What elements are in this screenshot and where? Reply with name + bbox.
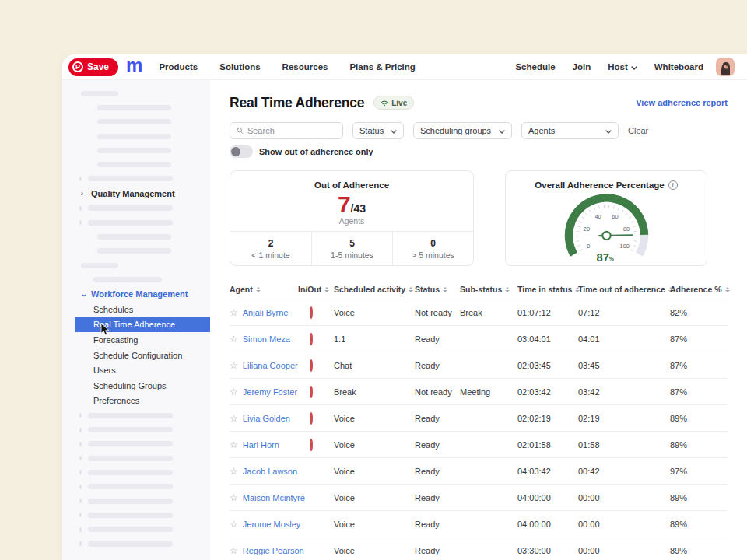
sub-status-cell: Meeting bbox=[460, 387, 517, 397]
sidebar-skeleton-item bbox=[62, 272, 210, 286]
filter-dropdown-scheduling-groups[interactable]: Scheduling groups bbox=[413, 122, 512, 139]
column-header-time-out-of-adherence[interactable]: Time out of adherence bbox=[578, 285, 670, 294]
star-icon[interactable]: ☆ bbox=[230, 334, 238, 344]
sidebar-item-schedules[interactable]: Schedules bbox=[62, 302, 210, 317]
sidebar-skeleton-item bbox=[62, 408, 210, 422]
time-out-of-adherence-cell: 03:45 bbox=[578, 361, 670, 370]
sidebar-skeleton-item bbox=[62, 258, 210, 272]
search-box[interactable] bbox=[230, 122, 343, 139]
adherence-status-dot bbox=[310, 359, 313, 372]
skeleton-bar bbox=[88, 413, 173, 418]
agent-name-link[interactable]: Simon Meza bbox=[243, 334, 290, 344]
star-icon[interactable]: ☆ bbox=[230, 308, 238, 317]
time-in-status-cell: 02:01:58 bbox=[517, 440, 578, 450]
svg-text:87%: 87% bbox=[596, 251, 614, 264]
column-header-scheduled-activity[interactable]: Scheduled activity bbox=[334, 285, 415, 294]
nav-resources[interactable]: Resources bbox=[282, 62, 328, 72]
search-input[interactable] bbox=[247, 126, 336, 135]
sidebar-item-preferences[interactable]: Preferences bbox=[62, 394, 210, 409]
skeleton-bar bbox=[81, 263, 118, 268]
sidebar-section-workforce-management[interactable]: ⌄Workforce Management bbox=[62, 286, 210, 302]
time-in-status-cell: 03:30:00 bbox=[517, 546, 578, 555]
star-icon[interactable]: ☆ bbox=[230, 520, 238, 529]
breakdown-item: 51-5 minutes bbox=[311, 232, 392, 265]
star-icon[interactable]: ☆ bbox=[230, 546, 238, 555]
agent-name-link[interactable]: Reggie Pearson bbox=[243, 546, 304, 555]
column-header-time-in-status[interactable]: Time in status bbox=[517, 285, 578, 294]
column-header-sub-status[interactable]: Sub-status bbox=[460, 285, 517, 294]
nav-products[interactable]: Products bbox=[159, 62, 198, 72]
star-icon[interactable]: ☆ bbox=[230, 361, 238, 370]
agent-cell: ☆Simon Meza bbox=[230, 334, 298, 344]
avatar[interactable] bbox=[716, 58, 735, 76]
adherence-cell: 82% bbox=[670, 308, 728, 317]
time-out-of-adherence-cell: 00:00 bbox=[578, 493, 670, 502]
star-icon[interactable]: ☆ bbox=[230, 414, 238, 423]
pinterest-save-button[interactable]: P Save bbox=[68, 58, 118, 76]
main-content: Real Time Adherence Live View adherence … bbox=[210, 80, 747, 560]
breakdown-value: 2 bbox=[268, 238, 274, 249]
dropdown-label: Agents bbox=[528, 126, 555, 135]
column-header-adherence[interactable]: Adherence % bbox=[670, 285, 728, 294]
adherence-status-dot bbox=[310, 412, 313, 425]
sidebar-skeleton-item bbox=[62, 537, 210, 551]
miro-logo[interactable]: m bbox=[126, 58, 142, 73]
agent-name-link[interactable]: Jacob Lawson bbox=[243, 467, 297, 476]
agent-name-link[interactable]: Jerome Mosley bbox=[243, 520, 301, 529]
star-icon[interactable]: ☆ bbox=[230, 440, 238, 450]
sidebar-item-scheduling-groups[interactable]: Scheduling Groups bbox=[62, 378, 210, 394]
filter-dropdown-agents[interactable]: Agents bbox=[521, 122, 619, 139]
skeleton-chevron-mark bbox=[79, 413, 82, 418]
chevron-down-icon bbox=[499, 126, 505, 135]
sidebar-item-schedule-configuration[interactable]: Schedule Configuration bbox=[62, 348, 210, 363]
table-row: ☆Hari HornVoiceReady02:01:5801:5889% bbox=[230, 431, 728, 457]
view-adherence-report-link[interactable]: View adherence report bbox=[636, 98, 728, 107]
nav-schedule[interactable]: Schedule bbox=[515, 62, 555, 72]
column-header-label: Sub-status bbox=[460, 285, 502, 294]
adherence-cell: 97% bbox=[670, 467, 728, 476]
skeleton-chevron-mark bbox=[79, 485, 82, 489]
show-out-of-adherence-toggle[interactable] bbox=[230, 145, 253, 158]
agent-cell: ☆Jerome Mosley bbox=[230, 520, 298, 529]
sort-icon bbox=[443, 287, 447, 292]
agent-name-link[interactable]: Anjali Byrne bbox=[243, 308, 289, 317]
column-header-in-out[interactable]: In/Out bbox=[298, 285, 334, 294]
agent-name-link[interactable]: Livia Golden bbox=[243, 414, 290, 423]
star-icon[interactable]: ☆ bbox=[230, 493, 238, 502]
skeleton-chevron-mark bbox=[79, 470, 82, 474]
toggle-label: Show out of adherence only bbox=[259, 147, 374, 156]
column-header-status[interactable]: Status bbox=[415, 285, 460, 294]
in-out-cell bbox=[298, 308, 334, 317]
agent-name-link[interactable]: Liliana Cooper bbox=[243, 361, 298, 370]
nav-whiteboard[interactable]: Whiteboard bbox=[654, 62, 703, 72]
agent-name-link[interactable]: Maison Mcintyre bbox=[243, 493, 305, 502]
in-out-cell bbox=[298, 440, 334, 450]
nav-plans-pricing[interactable]: Plans & Pricing bbox=[349, 62, 415, 72]
sidebar-item-forecasting[interactable]: Forecasting bbox=[62, 332, 210, 348]
star-icon[interactable]: ☆ bbox=[230, 467, 238, 476]
table-row: ☆Jeremy FosterBreakNot readyMeeting02:03… bbox=[230, 378, 728, 404]
column-header-label: Scheduled activity bbox=[334, 285, 405, 294]
filter-dropdown-status[interactable]: Status bbox=[352, 122, 404, 139]
nav-host[interactable]: Host bbox=[608, 62, 637, 72]
info-icon[interactable]: i bbox=[668, 180, 678, 190]
agent-name-link[interactable]: Jeremy Foster bbox=[243, 387, 297, 397]
sidebar-skeleton-item bbox=[62, 465, 210, 479]
svg-text:0: 0 bbox=[587, 243, 590, 250]
clear-filters-button[interactable]: Clear bbox=[628, 126, 648, 135]
scheduled-activity-cell: Voice bbox=[334, 414, 415, 423]
star-icon[interactable]: ☆ bbox=[230, 387, 238, 397]
sidebar-skeleton-item bbox=[62, 157, 210, 171]
sidebar-section-quality-management[interactable]: ›Quality Management bbox=[62, 186, 210, 201]
app-window: P Save m ProductsSolutionsResourcesPlans… bbox=[62, 54, 747, 560]
status-cell: Ready bbox=[415, 334, 460, 344]
nav-join[interactable]: Join bbox=[573, 62, 591, 72]
breakdown-item: 2< 1 minute bbox=[230, 232, 311, 265]
column-header-agent[interactable]: Agent bbox=[230, 285, 298, 294]
sidebar-item-real-time-adherence[interactable]: Real Time Adherence bbox=[75, 317, 210, 333]
sidebar-item-users[interactable]: Users bbox=[62, 362, 210, 378]
agent-name-link[interactable]: Hari Horn bbox=[243, 440, 279, 450]
nav-solutions[interactable]: Solutions bbox=[219, 62, 260, 72]
adherence-cell: 89% bbox=[670, 546, 728, 555]
in-out-cell bbox=[298, 520, 334, 529]
